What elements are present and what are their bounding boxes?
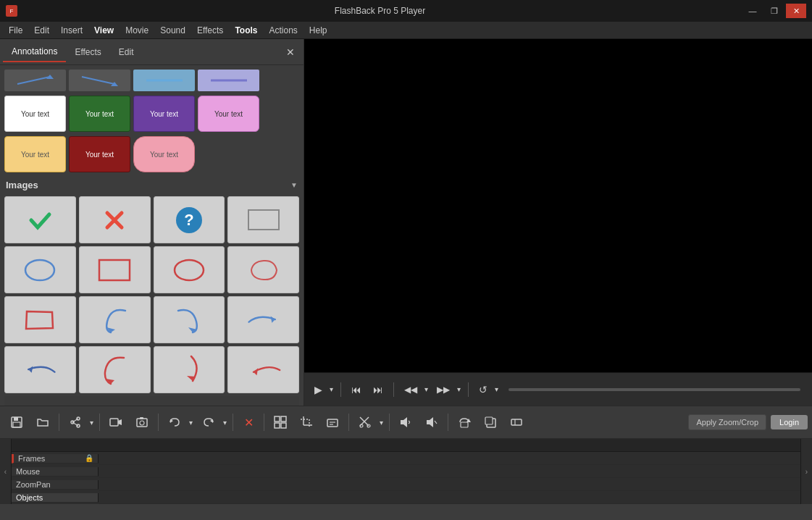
progress-track[interactable] [508,388,800,391]
timeline-scroll-left[interactable]: ‹ [0,439,12,504]
textbox-green[interactable]: Your text [69,96,130,132]
open-button[interactable] [30,411,55,434]
menu-edit[interactable]: Edit [28,24,55,37]
tabs-bar: Annotations Effects Edit ✕ [0,39,304,65]
frame-forward-dropdown[interactable]: ▾ [456,385,462,393]
undo-button[interactable] [162,411,187,434]
arrow-item-2[interactable] [69,70,130,91]
play-button[interactable]: ▶ [310,381,327,398]
svg-point-32 [140,421,144,425]
menu-insert[interactable]: Insert [55,24,88,37]
arrow-item-1[interactable] [4,70,66,91]
image-cross[interactable] [79,196,151,243]
image-arrow-curved-blue2[interactable] [154,296,225,343]
textbox-speech-pink[interactable]: Your text [198,96,259,132]
redo-button[interactable] [196,411,221,434]
svg-text:?: ? [184,211,193,229]
timeline-tracks: Frames 🔒 Mouse ZoomPan Objects [12,439,800,504]
textbox-row-2: Your text Your text Your text [4,136,299,172]
image-arrow-curved-red1[interactable] [79,346,151,393]
cut-dropdown[interactable]: ▾ [377,411,385,434]
image-rect-outline[interactable] [227,196,299,243]
vol-down-button[interactable] [419,411,444,434]
minimize-button[interactable]: — [742,4,763,18]
image-arrow-left-red[interactable] [227,346,299,393]
image-rect-red[interactable] [79,246,151,293]
menu-file[interactable]: File [3,24,28,37]
menu-bar: File Edit Insert View Movie Sound Effect… [0,22,812,39]
skip-forward-button[interactable]: ⏭ [369,381,388,398]
arrow-item-3[interactable] [133,70,195,91]
frame-back-dropdown[interactable]: ▾ [423,385,430,393]
textbox-purple[interactable]: Your text [133,96,195,132]
image-question[interactable]: ? [154,196,225,243]
share-button[interactable] [63,411,88,434]
menu-effects[interactable]: Effects [191,24,229,37]
image-grid: ? [4,196,299,393]
image-oval-blue[interactable] [4,246,76,293]
menu-tools[interactable]: Tools [229,24,263,37]
video-canvas[interactable] [304,39,812,372]
trim-button[interactable] [504,411,529,434]
vol-up-button[interactable] [393,411,418,434]
svg-rect-22 [14,417,18,421]
caption-button[interactable] [320,411,345,434]
svg-line-53 [435,421,437,424]
svg-rect-44 [327,419,338,427]
images-section-header[interactable]: Images ▼ [4,177,299,193]
save-button[interactable] [4,411,29,434]
record-button[interactable] [104,411,128,434]
undo-dropdown[interactable]: ▾ [187,411,195,434]
preview-area: ▶ ▾ ⏮ ⏭ ◀◀ ▾ ▶▶ ▾ ↺ ▾ [304,39,812,406]
loop-button[interactable]: ↺ [474,381,492,398]
image-checkmark[interactable] [4,196,76,243]
share-dropdown[interactable]: ▾ [88,411,96,434]
track-stripe-objects [99,491,800,504]
lock-icon: 🔒 [85,454,93,462]
play-dropdown-button[interactable]: ▾ [328,385,335,393]
timeline-scroll-right[interactable]: › [800,439,812,504]
image-arrow-right-blue[interactable] [227,296,299,343]
loop-dropdown[interactable]: ▾ [493,385,500,393]
image-oval-red[interactable] [154,246,225,293]
transport-sep-2 [393,382,394,397]
skip-back-button[interactable]: ⏮ [347,381,366,398]
textbox-light-pink[interactable]: Your text [133,136,195,172]
textbox-yellow[interactable]: Your text [4,136,66,172]
close-panel-button[interactable]: ✕ [280,43,301,61]
redo-dropdown[interactable]: ▾ [221,411,229,434]
zoom-fit-button[interactable] [268,411,293,434]
svg-marker-52 [427,417,433,427]
tab-annotations[interactable]: Annotations [3,42,66,62]
track-row-objects: Objects [12,491,800,504]
svg-line-28 [72,422,78,426]
image-arrow-down-red[interactable] [154,346,225,393]
menu-actions[interactable]: Actions [263,24,303,37]
maximize-button[interactable]: ❐ [764,4,784,18]
tab-effects[interactable]: Effects [66,43,109,62]
menu-view[interactable]: View [88,24,120,37]
image-oval-sketch-red[interactable] [227,246,299,293]
cut-button[interactable] [353,411,377,434]
delete-button[interactable]: ✕ [237,411,260,434]
frame-back-button[interactable]: ◀◀ [400,382,422,398]
image-arrow-curved-blue1[interactable] [79,296,151,343]
login-button[interactable]: Login [771,415,808,429]
arrow-item-4[interactable] [198,70,259,91]
copy-button[interactable] [478,411,503,434]
crop-button[interactable] [294,411,319,434]
rotate-button[interactable] [452,411,477,434]
menu-sound[interactable]: Sound [154,24,191,37]
screenshot-button[interactable] [130,411,154,434]
close-button[interactable]: ✕ [786,4,806,18]
menu-movie[interactable]: Movie [120,24,154,37]
image-rect-sketch-red[interactable] [4,296,76,343]
textbox-dark-red[interactable]: Your text [69,136,130,172]
apply-zoom-button[interactable]: Apply Zoom/Crop [688,414,766,430]
image-arrow-left-blue[interactable] [4,346,76,393]
textbox-white[interactable]: Your text [4,96,66,132]
menu-help[interactable]: Help [304,24,333,37]
frame-forward-button[interactable]: ▶▶ [432,382,454,398]
loop-group: ↺ ▾ [474,381,500,398]
tab-edit[interactable]: Edit [110,43,143,62]
